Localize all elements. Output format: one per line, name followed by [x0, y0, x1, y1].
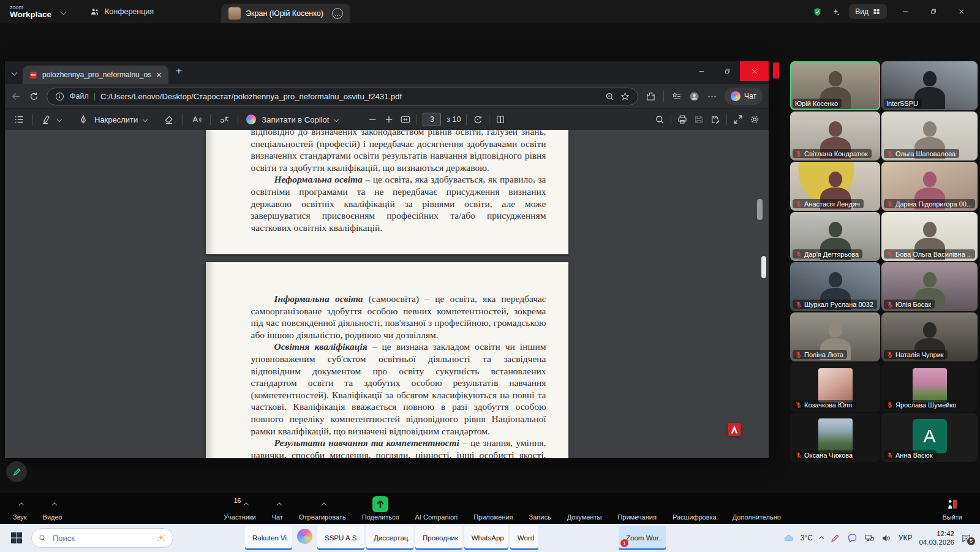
eraser-icon[interactable] — [164, 114, 175, 125]
participant-video-tile[interactable]: Оксана Чижова — [790, 413, 880, 462]
rotate-icon[interactable] — [472, 114, 483, 125]
viber-tray-icon[interactable] — [847, 533, 858, 543]
browser-close-button[interactable] — [740, 61, 769, 81]
page-number-input[interactable] — [423, 113, 441, 126]
favorites-bar-icon[interactable] — [671, 91, 682, 102]
pen-tray-icon[interactable] — [830, 533, 840, 543]
start-button[interactable] — [4, 531, 29, 545]
tray-expand-icon[interactable] — [819, 536, 824, 541]
taskbar-app[interactable] — [229, 526, 235, 550]
page-view-icon[interactable] — [495, 114, 506, 125]
adobe-acrobat-icon[interactable] — [726, 422, 742, 437]
new-tab-button[interactable]: + — [176, 65, 182, 77]
tab-search-chevron-icon[interactable] — [12, 70, 18, 76]
pdf-content-area[interactable]: відповідно до визначених законодавством … — [5, 130, 769, 458]
participant-video-tile[interactable]: Анастасія Лендич — [790, 162, 880, 211]
browser-restore-button[interactable] — [714, 61, 740, 81]
annotate-button[interactable] — [6, 461, 27, 482]
browser-menu-icon[interactable] — [707, 91, 717, 102]
language-indicator[interactable]: УКР — [899, 534, 913, 542]
extensions-icon[interactable] — [646, 91, 656, 102]
search-input[interactable] — [51, 533, 131, 543]
meeting-toolbar-button[interactable]: Поделиться — [354, 497, 407, 521]
highlighter-button[interactable] — [41, 114, 61, 125]
browser-minimize-button[interactable] — [688, 61, 714, 81]
meeting-toolbar-button[interactable]: Расшифровка — [665, 497, 725, 521]
meeting-toolbar-button[interactable]: 16 Участники — [216, 497, 264, 521]
meeting-toolbar-button[interactable]: Дополнительно — [725, 497, 789, 521]
workspace-chevron-icon[interactable] — [61, 9, 67, 15]
meeting-toolbar-button[interactable]: Звук — [5, 497, 35, 521]
participant-video-tile[interactable]: Дар'я Дегтярьова — [790, 212, 880, 261]
close-button[interactable] — [952, 7, 971, 17]
save-icon[interactable] — [693, 114, 704, 125]
network-icon[interactable] — [864, 533, 875, 543]
fullscreen-icon[interactable] — [733, 114, 744, 125]
meeting-toolbar-button[interactable]: Примечания — [609, 497, 665, 521]
participant-video-tile[interactable]: Поліна Люта — [790, 312, 880, 361]
chevron-up-icon[interactable] — [19, 502, 24, 507]
participant-video-tile[interactable]: Даріна Підопригора 00... — [881, 162, 978, 211]
chevron-up-icon[interactable] — [322, 502, 326, 507]
participant-video-tile[interactable]: Козачкова Юля — [790, 363, 880, 412]
zoom-out-icon[interactable] — [367, 114, 378, 125]
taskbar-app[interactable]: Проводник — [415, 526, 462, 550]
save-as-icon[interactable] — [710, 114, 721, 125]
chevron-up-icon[interactable] — [277, 502, 282, 507]
pdf-scrollbar-thumb[interactable] — [757, 199, 763, 220]
taskbar-app[interactable]: W Word — [510, 526, 538, 550]
taskbar-app[interactable] — [189, 526, 195, 550]
meeting-toolbar-button[interactable]: Видео — [35, 497, 70, 521]
taskbar-app[interactable]: imo — [197, 526, 203, 550]
leave-meeting-button[interactable]: Выйти — [934, 497, 970, 521]
participant-video-tile[interactable]: Наталія Чуприк — [881, 312, 978, 361]
meeting-toolbar-button[interactable]: Отреагировать — [291, 497, 354, 521]
zoom-page-icon[interactable] — [605, 91, 615, 102]
participant-video-tile[interactable]: Бова Ольга Василівна ... — [881, 212, 978, 261]
chevron-up-icon[interactable] — [51, 502, 56, 507]
participant-video-tile[interactable]: InterSSPU — [881, 61, 978, 110]
read-aloud-icon[interactable] — [191, 114, 202, 125]
weather-temp[interactable]: 3°C — [801, 534, 813, 542]
weather-icon[interactable] — [783, 533, 794, 543]
meeting-toolbar-button[interactable]: Приложения — [466, 497, 521, 521]
tab-close-icon[interactable]: ✕ — [156, 70, 162, 80]
ask-copilot-button[interactable]: Запитати в Copilot — [246, 115, 338, 124]
zoom-in-icon[interactable] — [383, 114, 394, 125]
participant-video-tile[interactable]: Світлана Кондратюк — [790, 112, 880, 161]
taskbar-app[interactable]: SSPU A.S. ... — [317, 526, 364, 550]
restore-button[interactable] — [924, 7, 943, 17]
settings-gear-icon[interactable] — [749, 114, 760, 125]
translate-icon[interactable] — [219, 114, 230, 125]
taskbar-app[interactable] — [181, 526, 187, 550]
browser-tab-pdf[interactable]: PDF polozhennya_pro_neformalnu_osv ✕ — [23, 66, 168, 84]
participant-video-tile[interactable]: Ольга Шаповалова — [881, 112, 978, 161]
meeting-toolbar-button[interactable]: Запись — [521, 497, 559, 521]
meeting-toolbar-button[interactable]: Документы — [559, 497, 610, 521]
participant-video-tile[interactable]: Шурхал Руслана 0032 — [790, 262, 880, 311]
tab-more-icon[interactable]: … — [332, 8, 343, 19]
tab-meeting[interactable]: Конференция — [81, 0, 162, 23]
scrollbar-handle[interactable] — [761, 256, 766, 278]
tab-screen-share[interactable]: Экран (Юрій Косенко) … — [221, 4, 350, 23]
volume-icon[interactable] — [881, 533, 892, 543]
fit-width-icon[interactable] — [400, 114, 411, 125]
taskbar-app[interactable] — [205, 526, 211, 550]
print-icon[interactable] — [677, 114, 688, 125]
notification-center[interactable]: 5 — [961, 533, 971, 543]
taskbar-app[interactable] — [237, 526, 243, 550]
copilot-chat-button[interactable]: Чат — [725, 88, 763, 105]
taskbar-search[interactable] — [31, 528, 173, 548]
taskbar-app[interactable]: Диссертац... — [366, 526, 413, 550]
favorite-star-icon[interactable] — [620, 91, 630, 102]
taskbar-app[interactable] — [221, 526, 227, 550]
refresh-icon[interactable] — [29, 91, 39, 102]
chevron-up-icon[interactable] — [244, 502, 249, 507]
url-field[interactable]: Файл | C:/Users/Lenovo/Desktop/Старостат… — [47, 88, 638, 105]
taskbar-app[interactable] — [213, 526, 219, 550]
taskbar-app[interactable]: Rakuten Vi... — [245, 526, 292, 550]
back-icon[interactable] — [11, 91, 21, 102]
participant-video-tile[interactable]: Юлія Босак — [881, 262, 978, 311]
view-button[interactable]: Вид — [849, 4, 887, 19]
minimize-button[interactable] — [895, 7, 915, 17]
